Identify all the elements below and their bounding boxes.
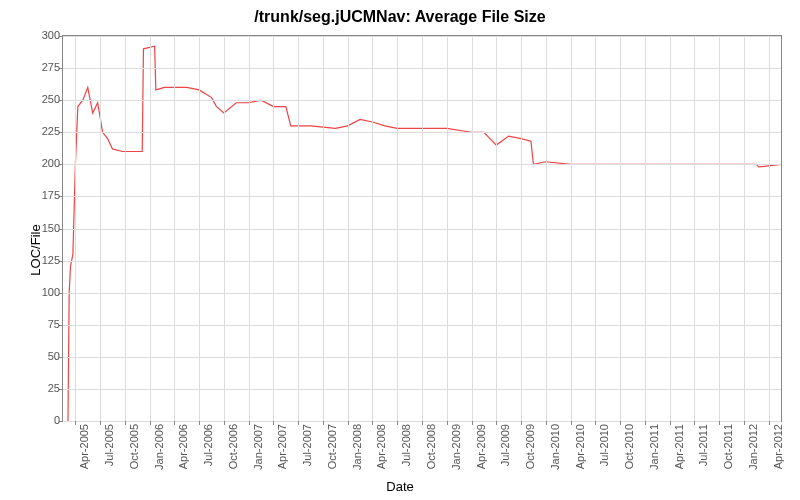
y-tick-label: 175 — [25, 189, 60, 201]
gridline-v — [719, 36, 720, 421]
x-tick-label: Oct-2006 — [227, 424, 239, 469]
tick-mark-x — [472, 421, 473, 425]
gridline-v — [298, 36, 299, 421]
tick-mark-x — [744, 421, 745, 425]
gridline-v — [273, 36, 274, 421]
tick-mark-x — [348, 421, 349, 425]
tick-mark-x — [447, 421, 448, 425]
x-tick-label: Jul-2007 — [301, 424, 313, 466]
gridline-v — [422, 36, 423, 421]
x-tick-label: Oct-2007 — [326, 424, 338, 469]
x-tick-label: Apr-2006 — [177, 424, 189, 469]
x-tick-label: Oct-2011 — [722, 424, 734, 469]
gridline-v — [100, 36, 101, 421]
gridline-v — [199, 36, 200, 421]
y-tick-label: 300 — [25, 29, 60, 41]
y-tick-label: 100 — [25, 286, 60, 298]
y-tick-label: 250 — [25, 93, 60, 105]
x-tick-label: Jul-2010 — [598, 424, 610, 466]
gridline-v — [447, 36, 448, 421]
gridline-v — [670, 36, 671, 421]
gridline-v — [571, 36, 572, 421]
tick-mark-x — [199, 421, 200, 425]
gridline-v — [620, 36, 621, 421]
tick-mark-x — [620, 421, 621, 425]
tick-mark-x — [694, 421, 695, 425]
tick-mark-x — [249, 421, 250, 425]
tick-mark-x — [645, 421, 646, 425]
y-tick-label: 225 — [25, 125, 60, 137]
tick-mark-x — [323, 421, 324, 425]
y-tick-label: 25 — [25, 382, 60, 394]
x-tick-label: Oct-2009 — [524, 424, 536, 469]
tick-mark-x — [769, 421, 770, 425]
gridline-v — [249, 36, 250, 421]
tick-mark-x — [521, 421, 522, 425]
gridline-v — [397, 36, 398, 421]
x-tick-label: Jul-2011 — [697, 424, 709, 466]
tick-mark-x — [75, 421, 76, 425]
gridline-v — [348, 36, 349, 421]
chart-container: /trunk/seg.jUCMNav: Average File Size LO… — [0, 0, 800, 500]
gridline-v — [125, 36, 126, 421]
gridline-v — [496, 36, 497, 421]
x-tick-label: Oct-2005 — [128, 424, 140, 469]
gridline-v — [546, 36, 547, 421]
y-tick-label: 50 — [25, 350, 60, 362]
x-tick-label: Jan-2008 — [351, 424, 363, 470]
x-tick-label: Apr-2005 — [78, 424, 90, 469]
gridline-v — [694, 36, 695, 421]
y-tick-label: 275 — [25, 61, 60, 73]
gridline-v — [744, 36, 745, 421]
gridline-v — [595, 36, 596, 421]
x-tick-label: Oct-2010 — [623, 424, 635, 469]
tick-mark-x — [298, 421, 299, 425]
tick-mark-x — [100, 421, 101, 425]
x-tick-label: Apr-2008 — [375, 424, 387, 469]
tick-mark-x — [150, 421, 151, 425]
x-tick-label: Jul-2005 — [103, 424, 115, 466]
gridline-v — [75, 36, 76, 421]
tick-mark-x — [397, 421, 398, 425]
tick-mark-x — [273, 421, 274, 425]
gridline-v — [372, 36, 373, 421]
x-tick-label: Jan-2006 — [153, 424, 165, 470]
tick-mark-x — [546, 421, 547, 425]
y-tick-label: 125 — [25, 254, 60, 266]
x-tick-label: Jul-2006 — [202, 424, 214, 466]
tick-mark-x — [125, 421, 126, 425]
gridline-v — [150, 36, 151, 421]
tick-mark-x — [224, 421, 225, 425]
chart-title: /trunk/seg.jUCMNav: Average File Size — [0, 8, 800, 26]
x-tick-label: Apr-2009 — [475, 424, 487, 469]
x-tick-label: Jul-2009 — [499, 424, 511, 466]
y-tick-label: 0 — [25, 414, 60, 426]
tick-mark-x — [422, 421, 423, 425]
tick-mark-x — [670, 421, 671, 425]
x-tick-label: Apr-2012 — [772, 424, 784, 469]
x-tick-label: Apr-2011 — [673, 424, 685, 469]
y-tick-label: 150 — [25, 222, 60, 234]
tick-mark-x — [174, 421, 175, 425]
tick-mark-x — [595, 421, 596, 425]
x-tick-label: Jan-2007 — [252, 424, 264, 470]
x-tick-label: Jul-2008 — [400, 424, 412, 466]
tick-mark-x — [571, 421, 572, 425]
gridline-v — [645, 36, 646, 421]
gridline-v — [224, 36, 225, 421]
x-tick-label: Apr-2007 — [276, 424, 288, 469]
y-tick-label: 200 — [25, 157, 60, 169]
x-axis-label: Date — [0, 479, 800, 494]
tick-mark-x — [372, 421, 373, 425]
x-tick-label: Jan-2009 — [450, 424, 462, 470]
gridline-v — [174, 36, 175, 421]
x-tick-label: Oct-2008 — [425, 424, 437, 469]
tick-mark-x — [719, 421, 720, 425]
plot-area — [62, 35, 782, 422]
y-tick-label: 75 — [25, 318, 60, 330]
x-tick-label: Jan-2010 — [549, 424, 561, 470]
gridline-v — [769, 36, 770, 421]
gridline-v — [323, 36, 324, 421]
gridline-v — [472, 36, 473, 421]
tick-mark-x — [496, 421, 497, 425]
